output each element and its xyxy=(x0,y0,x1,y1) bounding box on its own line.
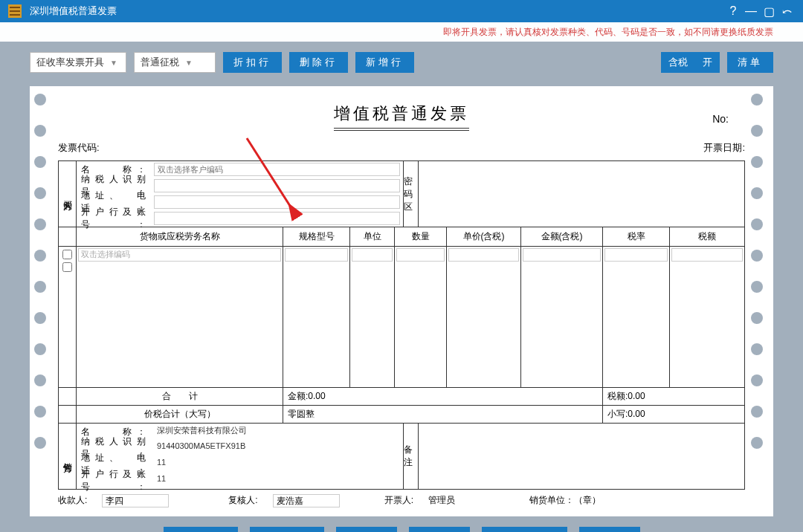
discount-row-button[interactable]: 折扣行 xyxy=(223,52,282,73)
sum-amount: 金额:0.00 xyxy=(283,388,603,405)
maximize-icon[interactable]: ▢ xyxy=(760,4,778,19)
sum-tax: 税额:0.00 xyxy=(603,388,744,405)
window-title: 深圳增值税普通发票 xyxy=(30,4,724,18)
tax-type-label: 普通征税 xyxy=(141,56,179,69)
col-spec: 规格型号 xyxy=(283,227,350,246)
tax-incl-button[interactable]: 含税 xyxy=(661,52,695,73)
invoice-no-label: No: xyxy=(712,113,729,125)
buyer-side-label: 购买方 xyxy=(59,161,77,227)
invoice-date-label: 开票日期: xyxy=(703,141,745,155)
svg-rect-3 xyxy=(10,14,20,16)
add-row-button[interactable]: 新增行 xyxy=(355,52,414,73)
qty-input[interactable] xyxy=(396,248,445,262)
col-tax: 税额 xyxy=(670,227,744,246)
checker-input[interactable] xyxy=(273,494,340,507)
sum-label: 合 计 xyxy=(77,388,283,405)
buyer-taxid-input[interactable] xyxy=(154,179,400,192)
secret-area-label: 密码区 xyxy=(403,161,418,227)
total-label: 价税合计（大写） xyxy=(77,406,283,423)
col-price: 单价(含税) xyxy=(447,227,521,246)
open-button[interactable]: 开 xyxy=(695,52,720,73)
unit-input[interactable] xyxy=(352,248,393,262)
goods-name-input[interactable]: 双击选择编码 xyxy=(78,248,281,262)
spec-input[interactable] xyxy=(285,248,348,262)
seller-taxid-value: 91440300MA5ETFX91B xyxy=(154,441,400,455)
copy-invoice-button[interactable]: 复制开票 xyxy=(250,527,324,532)
minimize-icon[interactable]: — xyxy=(742,4,760,18)
chevron-down-icon: ▼ xyxy=(110,59,117,67)
buyer-bank-input[interactable] xyxy=(154,212,400,225)
invoice-code-label: 发票代码: xyxy=(58,141,100,155)
app-logo-icon xyxy=(7,4,22,19)
seller-bank-label: 开户行及账号： xyxy=(77,468,151,493)
warning-text: 即将开具发票，请认真核对发票种类、代码、号码是否一致，如不同请更换纸质发票 xyxy=(0,22,803,42)
svg-rect-2 xyxy=(10,10,20,12)
amount-input[interactable] xyxy=(523,248,601,262)
row-checkbox[interactable] xyxy=(62,262,72,272)
col-rate: 税率 xyxy=(603,227,670,246)
rate-input[interactable] xyxy=(604,248,668,262)
invoice-title: 增值税普通发票 xyxy=(334,103,469,131)
help-icon[interactable]: ? xyxy=(724,4,742,18)
drawer-value: 管理员 xyxy=(428,494,455,507)
col-qty: 数量 xyxy=(395,227,447,246)
delete-row-button[interactable]: 删除行 xyxy=(289,52,348,73)
chevron-down-icon: ▼ xyxy=(185,59,193,67)
issue-print-button[interactable]: 开具并打印 xyxy=(482,527,567,532)
seller-name-value: 深圳安荣普科技有限公司 xyxy=(154,425,400,438)
import-button[interactable]: 导入 xyxy=(579,527,640,532)
checker-label: 复核人: xyxy=(228,494,257,507)
payee-input[interactable] xyxy=(102,494,169,507)
back-icon[interactable]: ⤺ xyxy=(778,4,796,19)
col-checkbox xyxy=(59,227,77,246)
col-unit: 单位 xyxy=(350,227,395,246)
payee-label: 收款人: xyxy=(58,494,87,507)
seller-bank-value: 11 xyxy=(154,474,400,487)
svg-rect-1 xyxy=(10,7,20,8)
levy-rate-label: 征收率发票开具 xyxy=(36,56,104,69)
drawer-label: 开票人: xyxy=(384,494,413,507)
seller-side-label: 销售方 xyxy=(59,424,77,489)
seller-addr-value: 11 xyxy=(154,458,400,471)
list-button[interactable]: 清单 xyxy=(727,52,773,73)
col-goods: 货物或应税劳务名称 xyxy=(77,227,283,246)
total-small: 小写:0.00 xyxy=(603,406,744,423)
tax-input[interactable] xyxy=(671,248,743,262)
issue-button[interactable]: 开具 xyxy=(409,527,470,532)
buyer-addr-input[interactable] xyxy=(154,195,400,209)
price-input[interactable] xyxy=(448,248,519,262)
seller-unit-label: 销货单位：（章） xyxy=(529,494,601,507)
preview-button[interactable]: 预览 xyxy=(336,527,397,532)
total-cn: 零圆整 xyxy=(283,406,603,423)
levy-rate-combo[interactable]: 征收率发票开具▼ xyxy=(30,52,126,73)
col-amount: 金额(含税) xyxy=(521,227,603,246)
remark-area-label: 备注 xyxy=(403,424,418,489)
row-checkbox[interactable] xyxy=(62,250,72,259)
tax-type-combo[interactable]: 普通征税▼ xyxy=(134,52,216,73)
buyer-name-input[interactable] xyxy=(154,163,400,176)
clear-button[interactable]: 清空票面 xyxy=(164,527,238,532)
invoice-paper: 增值税普通发票 No: 发票代码: 开票日期: 购买方 名 称： 纳税人识别号：… xyxy=(30,86,773,516)
